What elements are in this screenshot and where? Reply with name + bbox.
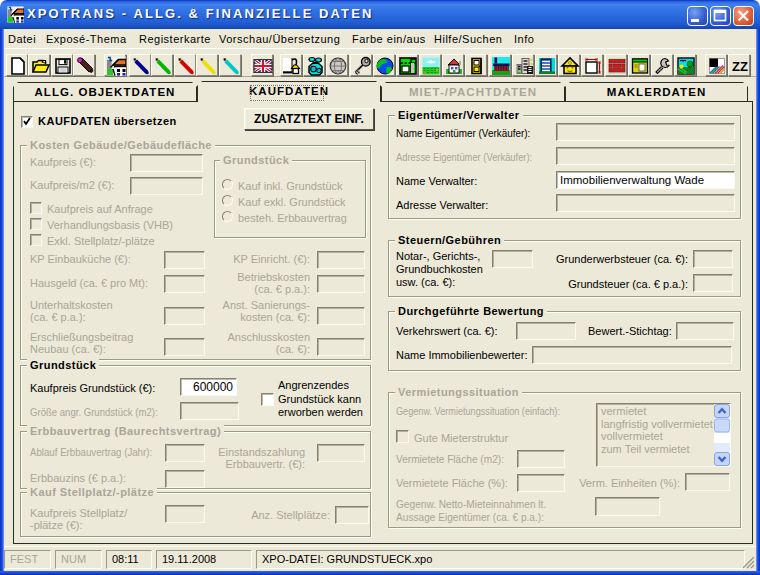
svg-text:ZZ: ZZ — [732, 59, 748, 74]
